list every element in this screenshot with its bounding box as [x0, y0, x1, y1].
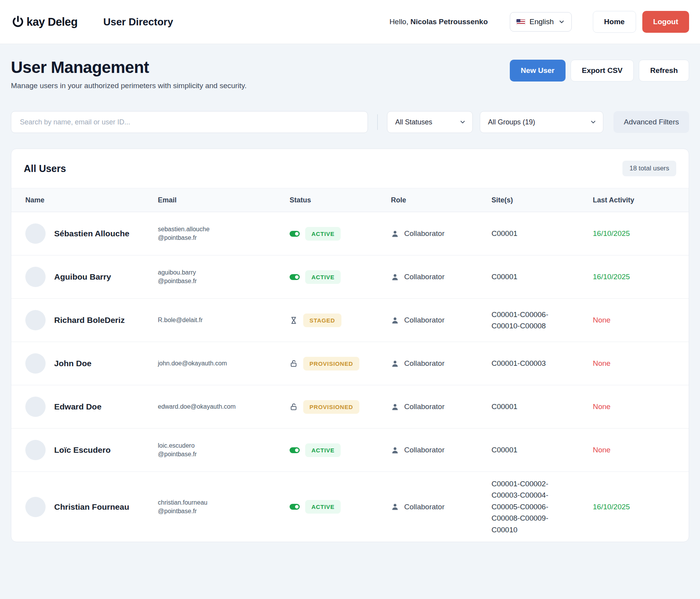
person-icon — [391, 273, 399, 281]
language-selector[interactable]: English — [510, 12, 572, 32]
status-badge: ACTIVE — [305, 227, 341, 241]
col-role: Role — [391, 196, 491, 204]
user-sites: C00001 — [491, 271, 593, 282]
status-filter-select[interactable]: All Statuses — [387, 111, 473, 133]
chevron-down-icon — [590, 119, 597, 126]
home-button[interactable]: Home — [593, 11, 636, 33]
user-sites: C00001-C00003 — [491, 358, 593, 369]
current-user-name: Nicolas Petroussenko — [410, 18, 488, 26]
user-email: edward.doe@okayauth.com — [158, 402, 290, 411]
user-role: Collaborator — [404, 359, 445, 368]
status-badge: ACTIVE — [305, 443, 341, 457]
status-cell: ACTIVE — [290, 227, 391, 241]
toggle-on-icon — [290, 447, 300, 453]
user-name: Loïc Escudero — [54, 445, 111, 455]
filter-bar: All Statuses All Groups (19) Advanced Fi… — [11, 111, 689, 133]
card-title: All Users — [24, 163, 66, 174]
user-role: Collaborator — [404, 273, 445, 281]
page-subtitle: Manage users in your authorized perimete… — [11, 82, 247, 90]
status-filter-value: All Statuses — [395, 118, 432, 126]
avatar — [25, 440, 46, 460]
avatar — [25, 267, 46, 287]
new-user-button[interactable]: New User — [510, 60, 566, 82]
user-email: john.doe@okayauth.com — [158, 359, 290, 368]
export-csv-button[interactable]: Export CSV — [571, 60, 634, 82]
top-bar: kay Deleg User Directory Hello, Nicolas … — [0, 0, 700, 44]
avatar — [25, 223, 46, 244]
status-cell: ACTIVE — [290, 500, 391, 514]
avatar — [25, 310, 46, 330]
user-role: Collaborator — [404, 229, 445, 238]
toggle-on-icon — [290, 274, 300, 280]
status-cell: PROVISIONED — [290, 357, 391, 370]
user-name: John Doe — [54, 359, 92, 368]
advanced-filters-button[interactable]: Advanced Filters — [613, 111, 689, 133]
search-input[interactable] — [11, 111, 368, 133]
table-row[interactable]: Christian Fourneau christian.fourneau @p… — [11, 472, 689, 542]
hourglass-icon — [290, 316, 298, 324]
user-email: christian.fourneau @pointbase.fr — [158, 498, 290, 515]
greeting: Hello, Nicolas Petroussenko — [389, 18, 488, 26]
person-icon — [391, 316, 399, 324]
user-role: Collaborator — [404, 402, 445, 411]
user-table-body: Sébastien Allouche sebastien.allouche @p… — [11, 212, 689, 542]
user-name: Christian Fourneau — [54, 502, 129, 512]
user-email: loic.escudero @pointbase.fr — [158, 441, 290, 458]
users-card: All Users 18 total users Name Email Stat… — [11, 149, 689, 542]
group-filter-select[interactable]: All Groups (19) — [480, 111, 603, 133]
user-role: Collaborator — [404, 316, 445, 324]
col-status: Status — [290, 196, 391, 204]
person-icon — [391, 230, 399, 238]
col-last-activity: Last Activity — [593, 196, 677, 204]
user-sites: C00001 — [491, 228, 593, 239]
table-row[interactable]: Loïc Escudero loic.escudero @pointbase.f… — [11, 429, 689, 472]
status-cell: ACTIVE — [290, 443, 391, 457]
status-cell: PROVISIONED — [290, 400, 391, 414]
user-role: Collaborator — [404, 446, 445, 454]
chevron-down-icon — [459, 119, 466, 126]
page-title: User Management — [11, 58, 247, 77]
status-cell: ACTIVE — [290, 270, 391, 284]
person-icon — [391, 403, 399, 411]
refresh-button[interactable]: Refresh — [639, 60, 689, 82]
filter-divider — [377, 114, 378, 130]
group-filter-value: All Groups (19) — [488, 118, 535, 126]
status-badge: PROVISIONED — [303, 357, 359, 370]
user-email: aguibou.barry @pointbase.fr — [158, 268, 290, 285]
table-row[interactable]: Aguibou Barry aguibou.barry @pointbase.f… — [11, 255, 689, 299]
last-activity: 16/10/2025 — [593, 273, 677, 281]
user-name: Sébastien Allouche — [54, 229, 129, 238]
table-header: Name Email Status Role Site(s) Last Acti… — [11, 188, 689, 212]
chevron-down-icon — [558, 18, 565, 25]
app-title: User Directory — [103, 16, 173, 28]
status-badge: ACTIVE — [305, 500, 341, 514]
toggle-on-icon — [290, 231, 300, 237]
brand-logo[interactable]: kay Deleg — [11, 15, 78, 29]
avatar — [25, 397, 46, 417]
main-content: User Management Manage users in your aut… — [0, 58, 700, 547]
user-name: Richard BoleDeriz — [54, 315, 125, 325]
col-name: Name — [25, 196, 158, 204]
table-row[interactable]: John Doe john.doe@okayauth.com PROVISION… — [11, 342, 689, 385]
status-cell: STAGED — [290, 314, 391, 327]
us-flag-icon — [516, 19, 525, 25]
last-activity: None — [593, 316, 677, 324]
toggle-on-icon — [290, 504, 300, 510]
table-row[interactable]: Edward Doe edward.doe@okayauth.com PROVI… — [11, 385, 689, 429]
last-activity: None — [593, 359, 677, 368]
logout-button[interactable]: Logout — [642, 11, 689, 33]
user-sites: C00001 — [491, 401, 593, 412]
last-activity: 16/10/2025 — [593, 503, 677, 511]
user-sites: C00001-C00006- C00010-C00008 — [491, 309, 593, 332]
last-activity: None — [593, 402, 677, 411]
table-row[interactable]: Richard BoleDeriz R.bole@delait.fr STAGE… — [11, 299, 689, 342]
user-sites: C00001 — [491, 444, 593, 455]
col-sites: Site(s) — [491, 196, 593, 204]
table-row[interactable]: Sébastien Allouche sebastien.allouche @p… — [11, 212, 689, 255]
user-name: Aguibou Barry — [54, 272, 111, 282]
power-icon — [11, 15, 25, 29]
last-activity: 16/10/2025 — [593, 229, 677, 238]
language-label: English — [530, 18, 554, 26]
unlock-icon — [290, 403, 298, 411]
brand-name: kay Deleg — [27, 16, 78, 28]
